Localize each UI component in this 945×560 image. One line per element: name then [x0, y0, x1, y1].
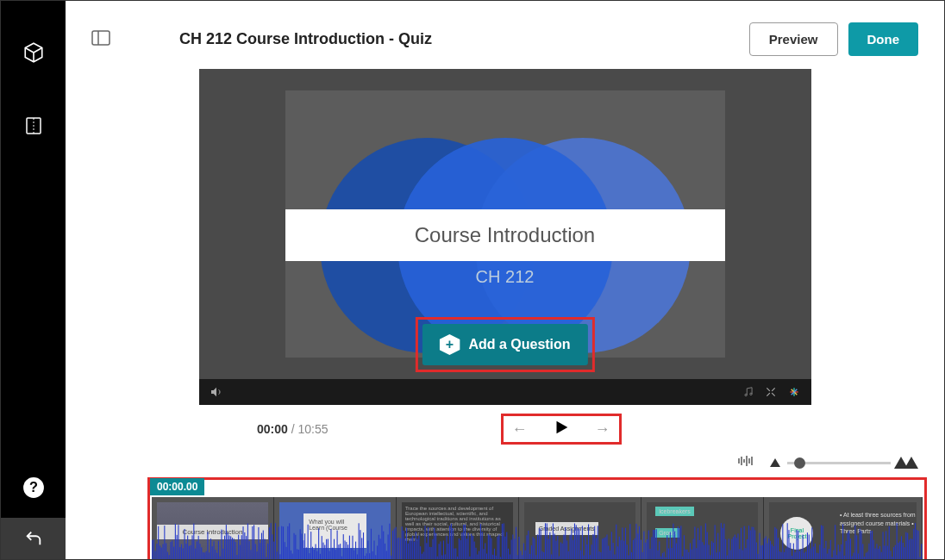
timeline-thumb[interactable]: IcebreakersGroup [641, 497, 764, 560]
zoom-slider[interactable] [770, 457, 918, 469]
prev-frame-button[interactable]: ← [512, 420, 528, 439]
svg-text:?: ? [29, 479, 38, 495]
preview-button[interactable]: Preview [749, 22, 838, 56]
timeline-highlight: 00:00.00 Course Introduction What you wi… [147, 477, 927, 560]
time-current: 00:00 [257, 422, 288, 436]
next-frame-button[interactable]: → [595, 420, 610, 439]
timeline-thumb[interactable]: Course Introduction [152, 497, 274, 560]
timeline-thumb[interactable]: Trace the sources and development of Eur… [397, 497, 519, 560]
sidebar-cube-icon[interactable] [16, 35, 51, 70]
add-question-highlight: + Add a Question [415, 317, 594, 372]
main-area: CH 212 Course Introduction - Quiz Previe… [66, 1, 944, 559]
video-control-bar [199, 379, 811, 405]
add-question-button[interactable]: + Add a Question [422, 324, 587, 365]
zoom-track[interactable] [787, 462, 891, 464]
slide-subtitle: CH 212 [285, 267, 725, 287]
done-button[interactable]: Done [848, 22, 919, 56]
fullscreen-icon[interactable] [765, 386, 777, 398]
svg-point-6 [744, 394, 746, 395]
panel-toggle-icon[interactable] [91, 30, 110, 49]
timeline-thumb[interactable]: Final Project• At least three sources fr… [764, 497, 923, 560]
sidebar: ? [1, 1, 66, 559]
video-frame[interactable]: Course Introduction CH 212 + Add a Quest… [199, 69, 811, 379]
volume-icon[interactable] [210, 385, 223, 399]
sparkle-icon[interactable] [787, 385, 801, 399]
sidebar-film-icon[interactable] [16, 109, 51, 143]
time-total: 10:55 [297, 422, 328, 436]
timeline[interactable]: Course Introduction What you will Learn … [152, 497, 923, 560]
svg-rect-4 [92, 31, 110, 45]
header: CH 212 Course Introduction - Quiz Previe… [66, 1, 944, 69]
play-controls-highlight: ← → [501, 414, 622, 445]
playback-row: 00:00 / 10:55 ← → [66, 405, 944, 455]
page-title: CH 212 Course Introduction - Quiz [179, 30, 749, 48]
plus-icon: + [439, 334, 460, 355]
time-display: 00:00 / 10:55 [257, 422, 329, 436]
timeline-thumb[interactable]: Graded Assignments [519, 497, 641, 560]
waveform-toggle-icon[interactable] [737, 455, 754, 470]
zoom-out-icon [770, 458, 780, 467]
zoom-row [66, 455, 944, 477]
music-icon[interactable] [742, 386, 754, 398]
video-player: Course Introduction CH 212 + Add a Quest… [199, 69, 811, 405]
zoom-in-icon [898, 457, 918, 469]
zoom-handle[interactable] [794, 457, 805, 469]
help-icon[interactable]: ? [16, 470, 51, 505]
timeline-thumb[interactable]: What you will Learn (Course [274, 497, 397, 560]
play-button[interactable] [552, 418, 571, 440]
add-question-label: Add a Question [468, 337, 570, 352]
slide-title: Course Introduction [415, 223, 595, 247]
back-button[interactable] [1, 518, 66, 559]
timeline-time-badge: 00:00.00 [150, 478, 204, 495]
svg-point-7 [749, 393, 751, 395]
